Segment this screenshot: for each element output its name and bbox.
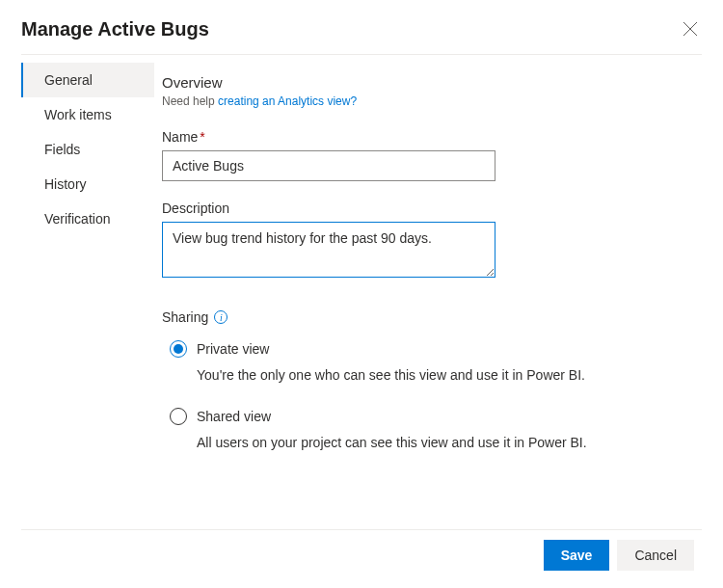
description-textarea[interactable]	[162, 222, 495, 278]
dialog-header: Manage Active Bugs	[0, 0, 723, 54]
help-text: Need help creating an Analytics view?	[162, 94, 696, 108]
sharing-option-shared: Shared view All users on your project ca…	[162, 408, 696, 450]
dialog-body: General Work items Fields History Verifi…	[0, 55, 723, 475]
description-label: Description	[162, 200, 696, 216]
main-panel: Overview Need help creating an Analytics…	[154, 63, 723, 475]
help-prefix: Need help	[162, 94, 218, 108]
radio-option-private[interactable]: Private view	[170, 340, 696, 358]
sidebar-item-verification[interactable]: Verification	[21, 201, 154, 236]
required-asterisk: *	[200, 129, 204, 145]
sidebar-item-label: Fields	[44, 142, 80, 157]
footer-divider	[21, 529, 702, 530]
radio-button-private[interactable]	[170, 340, 187, 358]
name-label-text: Name	[162, 129, 198, 145]
radio-label-private: Private view	[197, 341, 269, 357]
sidebar-item-general[interactable]: General	[21, 63, 154, 97]
sidebar-item-label: Verification	[44, 211, 110, 227]
radio-label-shared: Shared view	[197, 409, 271, 424]
sidebar-item-label: History	[44, 176, 87, 192]
info-icon[interactable]: i	[214, 310, 228, 324]
sidebar-item-fields[interactable]: Fields	[21, 132, 154, 167]
name-input[interactable]	[162, 150, 495, 181]
close-button[interactable]	[679, 17, 702, 40]
name-label: Name*	[162, 129, 696, 145]
sharing-option-private: Private view You're the only one who can…	[162, 340, 696, 383]
sidebar-item-work-items[interactable]: Work items	[21, 97, 154, 132]
close-icon	[683, 21, 698, 37]
help-link[interactable]: creating an Analytics view?	[218, 94, 357, 108]
cancel-button[interactable]: Cancel	[617, 540, 694, 571]
radio-button-shared[interactable]	[170, 408, 187, 425]
radio-option-shared[interactable]: Shared view	[170, 408, 696, 425]
dialog-title: Manage Active Bugs	[21, 18, 209, 40]
save-button[interactable]: Save	[544, 540, 610, 571]
dialog-footer: Save Cancel	[544, 540, 694, 571]
sidebar-nav: General Work items Fields History Verifi…	[21, 63, 154, 475]
sidebar-item-label: General	[44, 72, 93, 88]
description-field-block: Description	[162, 200, 696, 281]
name-field-block: Name*	[162, 129, 696, 181]
sidebar-item-label: Work items	[44, 107, 112, 122]
radio-description-shared: All users on your project can see this v…	[197, 435, 696, 450]
overview-heading: Overview	[162, 74, 696, 91]
sidebar-item-history[interactable]: History	[21, 167, 154, 201]
radio-description-private: You're the only one who can see this vie…	[197, 367, 696, 383]
sharing-label: Sharing	[162, 309, 208, 325]
sharing-label-row: Sharing i	[162, 309, 696, 325]
